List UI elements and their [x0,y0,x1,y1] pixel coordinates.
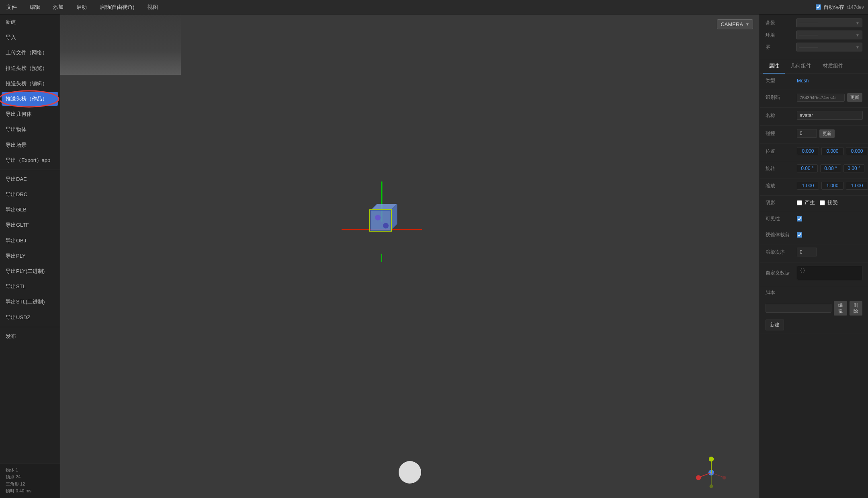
script-input[interactable] [766,304,831,313]
sidebar-item-export-scene[interactable]: 导出场景 [0,137,60,153]
sidebar-item-push-edit[interactable]: 推送头榜（编辑） [0,76,60,91]
svg-rect-1 [60,14,181,75]
shadow-cast-checkbox[interactable] [797,200,802,205]
environment-select[interactable]: ———— ▼ [796,31,862,39]
environment-row: 环境 ———— ▼ [766,31,862,39]
tab-geometry[interactable]: 几何组件 [785,59,817,74]
fog-value: ———— [799,44,818,50]
svg-point-51 [383,223,389,229]
pos-y-input[interactable] [821,147,843,155]
svg-point-50 [375,215,381,221]
props-tabs: 属性 几何组件 材质组件 [760,59,868,74]
svg-point-56 [696,475,701,480]
type-value: Mesh [797,78,809,84]
sidebar-item-push-work[interactable]: 推送头榜（作品） [2,92,58,106]
version-label: r147dev [847,4,864,10]
background-select[interactable]: ———— ▼ [796,18,862,27]
scale-y-input[interactable] [821,182,843,190]
collision-update-btn[interactable]: 更新 [819,129,835,138]
sidebar-item-publish[interactable]: 发布 [0,329,60,344]
sidebar-item-export-dae[interactable]: 导出DAE [0,172,60,187]
name-input[interactable] [797,111,863,120]
position-label: 位置 [766,148,794,155]
visibility-section: 可见性 [760,212,868,228]
sidebar-item-export-usdz[interactable]: 导出USDZ [0,310,60,325]
main-layout: 新建 导入 上传文件（网络） 推送头榜（预览） 推送头榜（编辑） 推送头榜（作品… [0,14,868,498]
status-triangles: 三角形 12 [6,481,54,488]
shadow-receive-checkbox[interactable] [820,200,825,205]
menu-edit[interactable]: 编辑 [27,2,43,12]
pos-z-input[interactable] [846,147,868,155]
camera-dropdown[interactable]: CAMERA ▼ [717,19,753,29]
pos-x-input[interactable] [797,147,819,155]
autosave-checkbox[interactable] [816,4,821,10]
render-order-input[interactable] [797,248,817,256]
sidebar-item-export-ply[interactable]: 导出PLY [0,248,60,264]
background-row: 背景 ———— ▼ [766,18,862,27]
type-section: 类型 Mesh [760,74,868,90]
background-label: 背景 [766,20,794,27]
shadow-cast-row: 产生 [797,199,815,206]
sidebar-item-export-app[interactable]: 导出（Export）app [0,153,60,168]
script-delete-btn[interactable]: 删除 [850,301,863,316]
environment-label: 环境 [766,32,794,39]
sidebar-item-export-stl-bin[interactable]: 导出STL(二进制) [0,294,60,309]
sidebar-item-export-stl[interactable]: 导出STL [0,279,60,294]
sidebar-item-import[interactable]: 导入 [0,30,60,45]
menu-file[interactable]: 文件 [4,2,19,12]
fog-select[interactable]: ———— ▼ [796,43,862,51]
rot-z-input[interactable] [843,164,864,172]
sidebar-item-export-obj[interactable]: 导出物体 [0,122,60,137]
sidebar-item-push-preview[interactable]: 推送头榜（预览） [0,61,60,76]
fog-row: 雾 ———— ▼ [766,43,862,51]
sidebar-item-export-geo[interactable]: 导出几何体 [0,107,60,122]
menu-add[interactable]: 添加 [51,2,66,12]
script-section: 脚本 编辑 删除 新建 [760,286,868,334]
sidebar: 新建 导入 上传文件（网络） 推送头榜（预览） 推送头榜（编辑） 推送头榜（作品… [0,14,60,498]
menubar: 文件 编辑 添加 启动 启动(自由视角) 视图 自动保存 r147dev [0,0,868,14]
sidebar-item-export-drc[interactable]: 导出DRC [0,187,60,202]
sidebar-item-new[interactable]: 新建 [0,14,60,30]
frustum-checkbox[interactable] [797,232,802,238]
render-order-row: 渲染次序 [766,248,862,256]
rotation-label: 旋转 [766,165,794,172]
chevron-down-icon3: ▼ [856,45,860,49]
svg-point-60 [723,476,726,480]
name-label: 名称 [766,112,794,119]
sidebar-item-export-gltf[interactable]: 导出GLTF [0,217,60,233]
sidebar-item-export-obj2[interactable]: 导出OBJ [0,233,60,248]
collision-input[interactable] [797,129,817,138]
tab-properties[interactable]: 属性 [763,59,785,74]
menu-start-free[interactable]: 启动(自由视角) [97,2,137,12]
rotation-row: 旋转 [766,164,862,172]
scene-object[interactable] [342,182,422,263]
right-panel: 背景 ———— ▼ 环境 ———— ▼ 雾 ———— ▼ [760,14,868,498]
scale-row: 缩放 [766,182,862,190]
scale-z-input[interactable] [846,182,868,190]
autosave-area: 自动保存 r147dev [816,4,864,11]
script-edit-btn[interactable]: 编辑 [834,301,847,316]
sidebar-item-export-glb[interactable]: 导出GLB [0,202,60,217]
sidebar-item-upload[interactable]: 上传文件（网络） [0,45,60,60]
custom-data-textarea[interactable]: {} [797,266,862,280]
scale-label: 缩放 [766,182,794,189]
render-order-section: 渲染次序 [760,244,868,262]
shadow-row: 阴影 产生 接受 [766,199,862,206]
rot-x-input[interactable] [797,164,818,172]
collision-section: 碰撞 更新 [760,126,868,144]
id-field[interactable]: 7643949e-74ee-4i [797,94,845,102]
tab-material[interactable]: 材质组件 [817,59,849,74]
scale-section: 缩放 [760,178,868,196]
viewport[interactable]: CAMERA ▼ [60,14,760,498]
id-update-btn[interactable]: 更新 [847,93,862,102]
visibility-checkbox[interactable] [797,216,802,221]
menu-view[interactable]: 视图 [145,2,160,12]
menu-start[interactable]: 启动 [74,2,89,12]
rot-y-input[interactable] [820,164,841,172]
axis-gizmo-wrap: Z [695,457,727,490]
scale-x-input[interactable] [797,182,819,190]
id-section: 识别码 7643949e-74ee-4i 更新 [760,90,868,108]
chevron-down-icon2: ▼ [856,33,860,37]
sidebar-item-export-ply-bin[interactable]: 导出PLY(二进制) [0,264,60,279]
script-new-btn[interactable]: 新建 [766,320,784,330]
